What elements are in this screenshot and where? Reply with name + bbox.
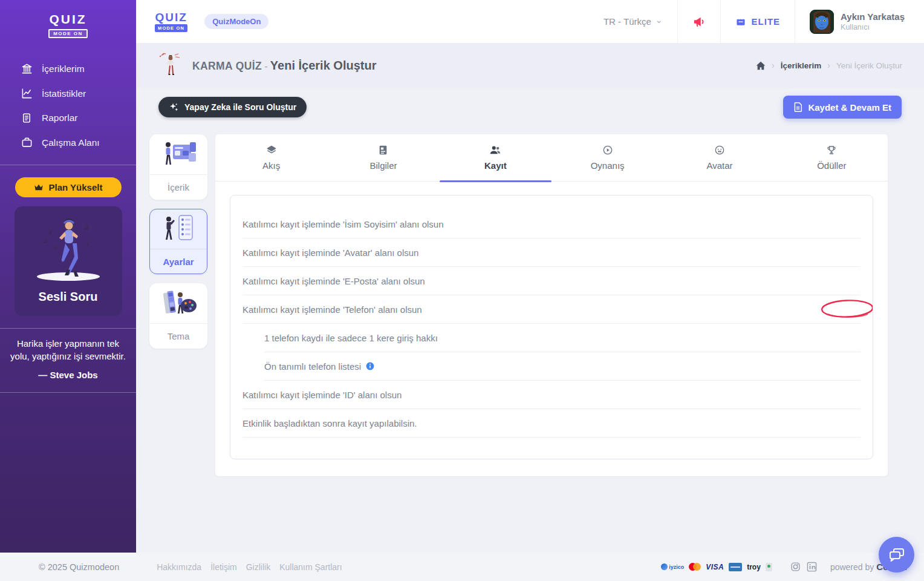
svg-text:♫: ♫ xyxy=(43,237,48,244)
tab-bar: Akış Bilgiler Kayıt Oynanış xyxy=(215,134,888,182)
sidebar-item-statistics[interactable]: İstatistikler xyxy=(0,81,136,106)
setting-label: Katılımcı kayıt işleminde 'İsim Soyisim'… xyxy=(242,219,444,229)
social-links xyxy=(790,562,817,572)
tab-gameplay[interactable]: Oynanış xyxy=(551,134,663,181)
logo-badge: MODE ON xyxy=(155,24,187,32)
user-name: Aykın Yarkataş xyxy=(841,11,905,23)
setting-label: Katılımcı kayıt işleminde 'ID' alanı ols… xyxy=(242,390,402,400)
sidebar-item-label: Çalışma Alanı xyxy=(42,137,100,148)
setting-row-late-registration: Etkinlik başladıktan sonra kayıt yapılab… xyxy=(242,409,861,438)
footer-link-terms[interactable]: Kullanım Şartları xyxy=(279,562,342,572)
theme-illustration xyxy=(150,284,207,324)
tab-info[interactable]: Bilgiler xyxy=(327,134,439,181)
side-tabs: İçerik Ayarlar xyxy=(149,134,207,349)
ai-button-label: Yapay Zeka ile Soru Oluştur xyxy=(184,102,296,112)
side-tab-label: İçerik xyxy=(150,175,207,199)
breadcrumb-item-contents[interactable]: İçeriklerim xyxy=(781,61,822,70)
chat-fab-button[interactable] xyxy=(879,537,914,573)
sidebar-item-contents[interactable]: İçeriklerim xyxy=(0,56,136,81)
setting-row-avatar: Katılımcı kayıt işleminde 'Avatar' alanı… xyxy=(242,238,861,267)
tab-registration[interactable]: Kayıt xyxy=(440,134,551,181)
breadcrumb-separator-icon xyxy=(772,61,775,70)
linkedin-icon[interactable] xyxy=(807,562,817,572)
quiz-name: KARMA QUİZ xyxy=(192,60,262,73)
top-header: QUIZ MODE ON QuizModeOn TR - Türkçe ELIT… xyxy=(136,0,924,43)
chat-bubbles-icon xyxy=(888,547,905,563)
sparkles-icon xyxy=(169,102,179,113)
side-tab-settings[interactable]: Ayarlar xyxy=(149,209,207,274)
home-icon[interactable] xyxy=(756,61,766,70)
logo-word: QUIZ xyxy=(0,12,136,27)
plan-badge[interactable]: ELITE xyxy=(720,0,795,43)
sidebar-item-workspace[interactable]: Çalışma Alanı xyxy=(0,130,136,155)
announcements-button[interactable] xyxy=(677,0,720,43)
svg-text:♪: ♪ xyxy=(54,243,58,251)
users-icon xyxy=(490,145,501,155)
instagram-icon[interactable] xyxy=(790,562,801,572)
quote-text: Harika işler yapmanın tek yolu, yaptığın… xyxy=(10,338,126,363)
mastercard-logo xyxy=(689,563,701,571)
save-file-icon xyxy=(793,102,802,112)
logo-word: QUIZ xyxy=(155,11,187,23)
footer-link-about[interactable]: Hakkımızda xyxy=(157,562,201,572)
sidebar-divider xyxy=(0,392,136,393)
setting-label: Ön tanımlı telefon listesi xyxy=(264,361,361,372)
tab-rewards[interactable]: Ödüller xyxy=(776,134,888,181)
upgrade-plan-button[interactable]: Plan Yükselt xyxy=(15,177,122,197)
id-card-icon xyxy=(379,145,388,155)
voice-question-illustration: ♪ ♫ ♪ ♩ ♫ xyxy=(19,216,117,284)
header-right: TR - Türkçe ELITE xyxy=(589,0,924,43)
save-continue-button[interactable]: Kaydet & Devam Et xyxy=(783,96,902,119)
visa-logo: VISA xyxy=(706,563,724,571)
etbis-badge xyxy=(766,563,772,571)
footer-link-contact[interactable]: İletişim xyxy=(210,562,237,572)
setting-row-id: Katılımcı kayıt işleminde 'ID' alanı ols… xyxy=(242,381,861,409)
layers-icon xyxy=(267,145,276,155)
workspace-icon xyxy=(21,137,33,148)
iyzico-logo: iyzico xyxy=(661,563,684,570)
footer: © 2025 Quizmodeon Hakkımızda İletişim Gi… xyxy=(0,553,924,581)
setting-row-email: Katılımcı kayıt işleminde 'E-Posta' alan… xyxy=(242,267,861,295)
page-title-block: KARMA QUİZ - Yeni İçerik Oluştur xyxy=(158,52,376,79)
side-tab-theme[interactable]: Tema xyxy=(149,283,207,349)
sidebar-nav: İçeriklerim İstatistikler Raporlar Çalış… xyxy=(0,56,136,155)
svg-text:♪: ♪ xyxy=(48,227,53,236)
side-tab-content[interactable]: İçerik xyxy=(149,134,207,200)
setting-label: Katılımcı kayıt işleminde 'E-Posta' alan… xyxy=(242,276,425,286)
megaphone-icon xyxy=(692,16,706,28)
content-illustration xyxy=(150,135,207,175)
footer-links: Hakkımızda İletişim Gizlilik Kullanım Şa… xyxy=(157,562,342,572)
tab-label: Bilgiler xyxy=(369,160,397,171)
sidebar-item-reports[interactable]: Raporlar xyxy=(0,106,136,130)
elite-badge-icon xyxy=(735,17,746,27)
settings-illustration xyxy=(150,209,207,249)
footer-link-privacy[interactable]: Gizlilik xyxy=(246,562,270,572)
quote-block: Harika işler yapmanın tek yolu, yaptığın… xyxy=(0,329,136,380)
svg-text:♩: ♩ xyxy=(86,238,94,247)
sidebar-item-label: Raporlar xyxy=(42,113,77,123)
tab-avatar[interactable]: Avatar xyxy=(663,134,775,181)
title-separator: - xyxy=(264,61,268,73)
user-menu[interactable]: Aykın Yarkataş Kullanıcı xyxy=(795,0,924,43)
trophy-icon xyxy=(827,145,836,155)
header-logo[interactable]: QUIZ MODE ON xyxy=(155,11,187,32)
ai-create-question-button[interactable]: Yapay Zeka ile Soru Oluştur xyxy=(158,97,307,117)
reports-icon xyxy=(21,113,33,123)
registration-settings-box: Katılımcı kayıt işleminde 'İsim Soyisim'… xyxy=(230,195,873,459)
workspace-chip[interactable]: QuizModeOn xyxy=(204,14,268,29)
info-icon[interactable] xyxy=(366,362,374,370)
setting-label: Katılımcı kayıt işleminde 'Telefon' alan… xyxy=(242,304,422,315)
tab-flow[interactable]: Akış xyxy=(215,134,327,181)
sidebar-divider xyxy=(0,165,136,165)
stats-icon xyxy=(21,88,33,99)
main-content: Yapay Zeka ile Soru Oluştur Kaydet & Dev… xyxy=(136,88,924,553)
upgrade-plan-label: Plan Yükselt xyxy=(49,182,103,192)
sidebar-item-label: İstatistikler xyxy=(42,88,86,99)
promo-card[interactable]: ♪ ♫ ♪ ♩ ♫ Sesli Soru xyxy=(15,206,122,316)
sidebar-logo: QUIZ MODE ON xyxy=(0,0,136,38)
svg-text:♫: ♫ xyxy=(83,223,89,231)
setting-row-phone-single-entry: 1 telefon kaydı ile sadece 1 kere giriş … xyxy=(264,324,861,352)
side-tab-label: Tema xyxy=(150,324,207,348)
setting-label: Etkinlik başladıktan sonra kayıt yapılab… xyxy=(242,418,417,428)
language-selector[interactable]: TR - Türkçe xyxy=(589,0,677,43)
